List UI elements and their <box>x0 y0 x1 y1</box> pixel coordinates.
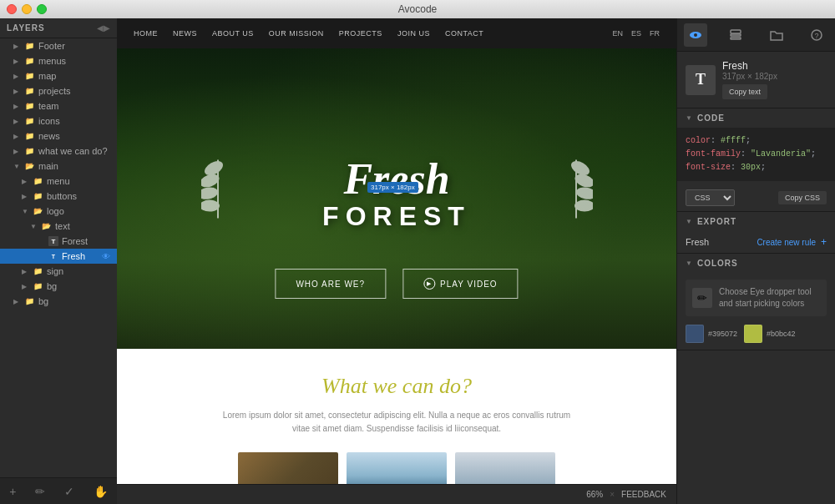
expand-arrow: ▶ <box>13 118 22 125</box>
app-title: Avocode <box>398 3 437 15</box>
help-tool[interactable]: ? <box>805 23 828 47</box>
canvas-area: HOME NEWS ABOUT US OUR MISSION PROJECTS … <box>117 18 676 504</box>
sidebar-toolbar: + ✏ ✓ ✋ <box>0 477 117 504</box>
layer-icons[interactable]: ▶ 📁 icons <box>0 113 117 129</box>
nav-about[interactable]: ABOUT US <box>212 29 254 38</box>
layer-bg-outer[interactable]: ▶ 📁 bg <box>0 294 117 309</box>
maximize-button[interactable] <box>37 4 47 14</box>
hand-tool[interactable]: ✋ <box>90 481 111 501</box>
who-are-we-button[interactable]: WHO ARE WE? <box>275 269 386 299</box>
expand-arrow: ▶ <box>22 268 30 275</box>
content-images <box>134 452 660 484</box>
copy-css-button[interactable]: Copy CSS <box>778 191 827 204</box>
nav-mission[interactable]: OUR MISSION <box>269 29 324 38</box>
expand-arrow: ▼ <box>30 223 38 230</box>
element-type-icon: T <box>686 65 716 95</box>
add-tool[interactable]: + <box>6 481 19 501</box>
nav-projects[interactable]: PROJECTS <box>339 29 382 38</box>
code-section-header[interactable]: ▼ CODE <box>677 108 835 128</box>
zoom-level[interactable]: 66% <box>586 490 603 499</box>
layer-footer[interactable]: ▶ 📁 Footer <box>0 38 117 53</box>
lang-fr[interactable]: FR <box>650 29 660 38</box>
layer-projects[interactable]: ▶ 📁 projects <box>0 83 117 98</box>
layer-fresh[interactable]: T Fresh 👁 <box>0 249 117 264</box>
colors-section-header[interactable]: ▼ COlors <box>677 254 835 273</box>
export-section-header[interactable]: ▼ EXPORT <box>677 212 835 231</box>
colors-content: ✏ Choose Eye dropper tool and start pick… <box>677 273 835 350</box>
css-type-select[interactable]: CSS SCSS <box>686 189 735 206</box>
layer-main[interactable]: ▼ 📂 main <box>0 159 117 174</box>
lang-es[interactable]: ES <box>631 29 641 38</box>
expand-arrow: ▼ <box>13 163 22 170</box>
code-line-3: font-size: 30px; <box>686 161 827 174</box>
eyedropper-tool[interactable]: ✓ <box>61 481 78 501</box>
expand-arrow: ▶ <box>13 103 22 110</box>
layer-logo[interactable]: ▼ 📂 logo <box>0 204 117 219</box>
image-mountain <box>347 452 447 484</box>
layers-tool[interactable] <box>724 23 747 47</box>
eye-tool[interactable] <box>684 23 707 47</box>
feedback-button[interactable]: FEEDBACK <box>621 490 666 499</box>
nav-home[interactable]: HOME <box>134 29 158 38</box>
lang-en[interactable]: EN <box>612 29 623 38</box>
expand-arrow: ▶ <box>13 58 22 65</box>
copy-text-button[interactable]: Copy text <box>722 84 767 99</box>
folder-icon: 📁 <box>23 87 35 95</box>
window-controls <box>7 4 47 14</box>
eyedropper-icon[interactable]: ✏ <box>692 288 712 308</box>
play-icon: ▶ <box>423 278 435 290</box>
eyedropper-area: ✏ Choose Eye dropper tool and start pick… <box>686 280 827 316</box>
add-rule-icon[interactable]: + <box>821 236 827 248</box>
expand-arrow: ▶ <box>13 133 22 140</box>
layer-map[interactable]: ▶ 📁 map <box>0 68 117 83</box>
visibility-icon[interactable]: 👁 <box>102 252 110 261</box>
swatch-box-1[interactable] <box>686 325 704 343</box>
folder-icon: 📁 <box>23 297 35 305</box>
expand-arrow: ▶ <box>22 283 30 290</box>
expand-arrow: ▶ <box>13 43 22 50</box>
folder-icon: 📁 <box>23 57 35 65</box>
nav-contact[interactable]: CONTACT <box>445 29 483 38</box>
layer-news[interactable]: ▶ 📁 news <box>0 129 117 144</box>
color-swatches: #395072 #b0bc42 <box>686 325 827 343</box>
folder-nav-icon <box>770 28 783 42</box>
canvas-bottom-bar: 66% × FEEDBACK <box>117 484 676 504</box>
element-dimensions: 317px × 182px <box>722 72 827 81</box>
expand-arrow: ▶ <box>13 298 22 305</box>
create-new-rule-link[interactable]: Create new rule <box>757 238 816 247</box>
folder-icon: 📁 <box>23 72 35 80</box>
layer-menus[interactable]: ▶ 📁 menus <box>0 53 117 68</box>
nav-join[interactable]: JOIN US <box>397 29 430 38</box>
expand-arrow: ▶ <box>13 73 22 80</box>
layer-text-group[interactable]: ▼ 📂 text <box>0 219 117 234</box>
layers-panel[interactable]: ▶ 📁 Footer ▶ 📁 menus ▶ 📁 map ▶ 📁 project… <box>0 38 117 477</box>
code-section: ▼ CODE color: #ffff; font-family: "Lavan… <box>677 108 835 212</box>
layer-what-we-can-do[interactable]: ▶ 📁 what we can do? <box>0 144 117 159</box>
play-video-button[interactable]: ▶ PLAY VIDEO <box>402 269 519 299</box>
text-layer-icon: T <box>48 236 58 246</box>
minimize-button[interactable] <box>22 4 32 14</box>
layer-forest[interactable]: T Forest <box>0 234 117 249</box>
pencil-tool[interactable]: ✏ <box>32 481 48 501</box>
colors-section-title: COlors <box>697 259 738 268</box>
swatch-box-2[interactable] <box>744 325 762 343</box>
color-swatch-2: #b0bc42 <box>744 325 796 343</box>
hero-buttons: WHO ARE WE? ▶ PLAY VIDEO <box>275 269 518 299</box>
folder-tool[interactable] <box>765 23 788 47</box>
eye-icon <box>689 28 702 42</box>
layer-team[interactable]: ▶ 📁 team <box>0 98 117 113</box>
svg-text:?: ? <box>814 32 818 40</box>
close-button[interactable] <box>7 4 17 14</box>
canvas-content[interactable]: HOME NEWS ABOUT US OUR MISSION PROJECTS … <box>117 18 676 484</box>
layer-buttons[interactable]: ▶ 📁 buttons <box>0 189 117 204</box>
layer-bg-inner[interactable]: ▶ 📁 bg <box>0 279 117 294</box>
app-body: LAYERS ◀▶ ▶ 📁 Footer ▶ 📁 menus ▶ 📁 map ▶… <box>0 18 835 504</box>
svg-rect-13 <box>731 34 741 36</box>
folder-icon: 📁 <box>32 192 43 200</box>
layer-sign[interactable]: ▶ 📁 sign <box>0 264 117 279</box>
sidebar-collapse-icon[interactable]: ◀▶ <box>97 23 110 33</box>
right-panel: ? T Fresh 317px × 182px Copy text ▼ CODE <box>676 18 835 504</box>
image-bear <box>238 452 338 484</box>
nav-news[interactable]: NEWS <box>173 29 197 38</box>
layer-menu[interactable]: ▶ 📁 menu <box>0 174 117 189</box>
